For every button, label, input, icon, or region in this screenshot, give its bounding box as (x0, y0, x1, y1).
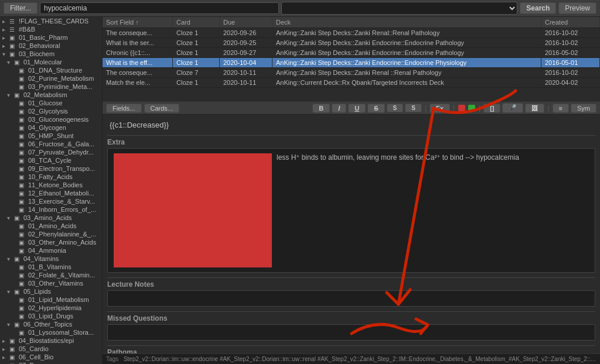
sidebar-item-05_cardio[interactable]: ▸▣05_Cardio (0, 345, 102, 353)
col-deck[interactable]: Deck (272, 17, 541, 28)
sidebar-item-01_glucose[interactable]: ▣01_Glucose (0, 99, 102, 107)
sidebar-item-06_fructose[interactable]: ▣06_Fructose_&_Gala... (0, 140, 102, 148)
table-body: The conseque...Cloze 12020-09-26AnKing::… (103, 28, 600, 88)
superscript-button[interactable]: S (387, 104, 404, 112)
align-button[interactable]: ≡ (553, 104, 569, 113)
sidebar-item-07_derm[interactable]: ▸▣07_Derm (0, 361, 102, 364)
col-created[interactable]: Created (541, 17, 600, 28)
sidebar-item-05_lipids[interactable]: ▾▣05_Lipids (0, 287, 102, 296)
sidebar-item-12_ethanol[interactable]: ▣12_Ethanol_Metaboli... (0, 189, 102, 197)
table-row[interactable]: What is the ser...Cloze 12020-09-25AnKin… (103, 38, 600, 48)
extra-content[interactable]: less H⁺ binds to albumin, leaving more s… (107, 148, 595, 273)
lecture-notes-label: Lecture Notes (107, 277, 595, 289)
sidebar-item-03_gluconeogenesis[interactable]: ▣03_Gluconeogenesis (0, 115, 102, 123)
sidebar-item-01_molecular[interactable]: ▾▣01_Molecular (0, 58, 102, 66)
tree-toggle: ▾ (7, 256, 14, 262)
bold-button[interactable]: B (312, 104, 330, 113)
sidebar-item-01_lipid_metabolism[interactable]: ▣01_Lipid_Metabolism (0, 296, 102, 304)
sidebar-item-01_b_vitamins[interactable]: ▣01_B_Vitamins (0, 263, 102, 271)
lecture-notes-content[interactable] (107, 290, 595, 307)
table-cell-card: Cloze 1 (173, 58, 220, 67)
missed-questions-content[interactable] (107, 324, 595, 341)
sidebar-item-03_amino[interactable]: ▾▣03_Amino_Acids (0, 214, 102, 222)
sidebar-item-02_glycolysis[interactable]: ▣02_Glycolysis (0, 107, 102, 115)
sidebar-item-03_other_amino[interactable]: ▣03_Other_Amino_Acids (0, 238, 102, 246)
sidebar-item-flag[interactable]: ▸☰!FLAG_THESE_CARDS (0, 17, 102, 25)
sidebar-item-10_fatty[interactable]: ▣10_Fatty_Acids (0, 173, 102, 181)
audio-button[interactable]: 🎤 (502, 103, 523, 113)
italic-button[interactable]: I (332, 104, 346, 113)
sidebar-item-05_hmp[interactable]: ▣05_HMP_Shunt (0, 132, 102, 140)
preview-button[interactable]: Preview (558, 2, 596, 14)
deck-icon: ▣ (19, 116, 27, 123)
col-card[interactable]: Card (173, 17, 220, 28)
sidebar-item-02_purine[interactable]: ▣02_Purine_Metabolism (0, 74, 102, 83)
image-button[interactable]: 🖼 (525, 104, 544, 113)
sidebar-item-02_folate[interactable]: ▣02_Folate_&_Vitamin... (0, 271, 102, 279)
sidebar-item-label: 05_Lipids (23, 288, 51, 295)
extra-section: Extra less H⁺ binds to albumin, leaving … (107, 135, 595, 273)
filter-button[interactable]: Filter... (4, 2, 38, 14)
sidebar-item-label: 01_Basic_Pharm (19, 34, 68, 41)
deck-icon: ▣ (19, 272, 27, 279)
sidebar-item-01_amino_acids[interactable]: ▣01_Amino_Acids (0, 222, 102, 230)
sidebar-item-07_pyruvate[interactable]: ▣07_Pyruvate_Dehydr... (0, 148, 102, 156)
sidebar-item-02_behavioral[interactable]: ▸▣02_Behavioral (0, 42, 102, 50)
sidebar-item-08_tca[interactable]: ▣08_TCA_Cycle (0, 156, 102, 164)
deck-icon: ▣ (19, 67, 27, 74)
tree-toggle: ▾ (7, 215, 14, 221)
sidebar-item-label: 02_Hyperlipidemia (28, 304, 81, 311)
sidebar-item-04_vitamins[interactable]: ▾▣04_Vitamins (0, 255, 102, 263)
sidebar-item-label: 09_Electron_Transpo... (28, 165, 95, 172)
fields-button[interactable]: Fields... (106, 104, 142, 113)
fx-button[interactable]: Fx (429, 104, 450, 113)
sidebar-item-01_lysosomal[interactable]: ▣01_Lysosomal_Stora... (0, 328, 102, 336)
deck-icon: ▣ (19, 174, 27, 180)
sidebar-item-label: 03_Other_Amino_Acids (28, 239, 96, 246)
table-row[interactable]: Chronic {{c1::...Cloze 12020-09-27AnKing… (103, 48, 600, 58)
table-row[interactable]: The conseque...Cloze 12020-09-26AnKing::… (103, 28, 600, 38)
sidebar-item-14_inborn[interactable]: ▣14_Inborn_Errors_of_... (0, 205, 102, 214)
sidebar-item-02_hyperlipidemia[interactable]: ▣02_Hyperlipidemia (0, 304, 102, 312)
sidebar-item-02_metabolism[interactable]: ▾▣02_Metabolism (0, 91, 102, 99)
table-row[interactable]: What is the eff...Cloze 12020-10-04AnKin… (103, 58, 600, 68)
sidebar-item-label: 01_Amino_Acids (28, 222, 77, 229)
sidebar-item-02_phenylalanine[interactable]: ▣02_Phenylalanine_&_... (0, 230, 102, 238)
deck-select[interactable] (281, 2, 518, 15)
underline-button[interactable]: U (348, 104, 366, 113)
search-input[interactable] (40, 2, 279, 14)
col-sort-field[interactable]: Sort Field ↑ (103, 17, 173, 28)
sidebar-item-01_basic[interactable]: ▸▣01_Basic_Pharm (0, 33, 102, 42)
sidebar-item-04_glycogen[interactable]: ▣04_Glycogen (0, 123, 102, 132)
sidebar-item-03_other_vitamins[interactable]: ▣03_Other_Vitamins (0, 279, 102, 287)
sidebar-item-03_lipid_drugs[interactable]: ▣03_Lipid_Drugs (0, 312, 102, 320)
sidebar-item-06_other_topics[interactable]: ▾▣06_Other_Topics (0, 320, 102, 328)
sidebar-item-13_exercise[interactable]: ▣13_Exercise_&_Starv... (0, 197, 102, 205)
cards-button[interactable]: Cards... (144, 104, 180, 113)
deck-icon: ▣ (19, 231, 27, 238)
col-due[interactable]: Due (220, 17, 272, 28)
sidebar-item-04_ammonia[interactable]: ▣04_Ammonia (0, 246, 102, 255)
sidebar-item-label: 05_Cardio (19, 345, 49, 352)
sidebar-item-09_electron[interactable]: ▣09_Electron_Transpo... (0, 164, 102, 173)
strikethrough-button[interactable]: S (367, 104, 384, 113)
deck-icon: ▣ (19, 182, 27, 188)
sidebar-item-06_cell_bio[interactable]: ▸▣06_Cell_Bio (0, 353, 102, 361)
table-row[interactable]: The conseque...Cloze 72020-10-11AnKing::… (103, 68, 600, 78)
search-button[interactable]: Search (520, 2, 556, 14)
tree-toggle: ▸ (2, 26, 9, 33)
table-area: Sort Field ↑ Card Due Deck Created The c… (103, 17, 600, 102)
sidebar-item-01_dna[interactable]: ▣01_DNA_Structure (0, 66, 102, 74)
sym-button[interactable]: Sym (571, 104, 596, 113)
deck-icon: ▣ (9, 346, 18, 352)
sidebar-item-03_biochem[interactable]: ▾▣03_Biochem (0, 50, 102, 58)
table-cell-due: 2020-10-11 (220, 78, 272, 87)
sidebar-item-11_ketone[interactable]: ▣11_Ketone_Bodies (0, 181, 102, 189)
table-row[interactable]: Match the ele...Cloze 12020-10-11AnKing:… (103, 78, 600, 88)
sidebar-item-04_biostatistics[interactable]: ▸▣04_Biostatistics/epi (0, 336, 102, 345)
bracket-button[interactable]: [] (483, 104, 500, 113)
sidebar-item-bb[interactable]: ▸☰#B&B (0, 25, 102, 33)
sidebar-item-label: 01_Lysosomal_Stora... (28, 329, 94, 336)
subscript-button[interactable]: S (405, 104, 422, 112)
sidebar-item-03_pyrimidine[interactable]: ▣03_Pyrimidine_Meta... (0, 83, 102, 91)
